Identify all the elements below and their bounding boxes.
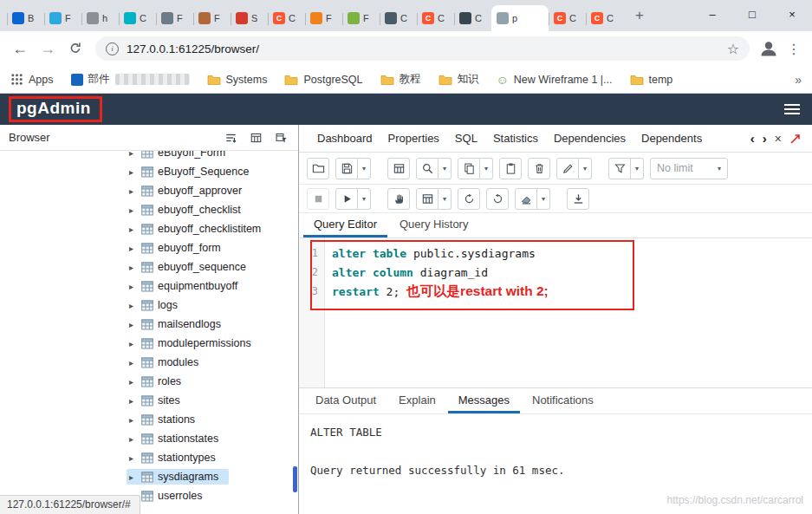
browser-tab-active[interactable]: p [491, 5, 549, 31]
delete-row-button[interactable] [528, 158, 550, 179]
sql-editor[interactable]: 1alter table public.sysdiagrams2alter co… [299, 238, 812, 387]
bookmarks-overflow-chevron[interactable]: » [795, 73, 802, 87]
bookmark-item[interactable]: ☺New Wireframe 1 |... [497, 73, 613, 87]
panel-tab-properties[interactable]: Properties [380, 125, 447, 152]
tree-item-ebuyoff_form[interactable]: ▸ebuyoff_form [0, 238, 298, 257]
tree-item-logs[interactable]: ▸logs [0, 296, 298, 315]
page-info-icon[interactable]: i [106, 42, 119, 55]
open-file-button[interactable] [307, 158, 329, 179]
tree-item-stationtypes[interactable]: ▸stationtypes [0, 448, 298, 467]
tree-item-ebuyoff_approver[interactable]: ▸ebuyoff_approver [0, 181, 298, 200]
browser-tab[interactable]: C [119, 5, 156, 31]
tab-explain[interactable]: Explain [388, 388, 446, 413]
sidebar-scrollbar-thumb[interactable] [293, 466, 297, 492]
tree-item-ebuyoff_checklist[interactable]: ▸ebuyoff_checklist [0, 200, 298, 219]
bookmark-star-icon[interactable]: ☆ [727, 41, 739, 57]
tree-item-stations[interactable]: ▸stations [0, 410, 298, 429]
find-dropdown-caret[interactable]: ▾ [438, 158, 451, 179]
browser-tab[interactable]: S [231, 5, 268, 31]
panel-tab-statistics[interactable]: Statistics [485, 125, 546, 152]
browser-tab[interactable]: C [380, 5, 417, 31]
browser-tab[interactable]: CC [586, 5, 623, 31]
view-data-grid-button[interactable] [387, 158, 410, 179]
close-panel-icon[interactable]: × [775, 132, 782, 146]
tree-item-sysdiagrams[interactable]: ▸sysdiagrams [0, 467, 298, 486]
tree-item-ebuyoff_sequence[interactable]: ▸eBuyoff_Sequence [0, 162, 298, 181]
bookmark-item[interactable]: 教程 [380, 72, 421, 87]
limit-select[interactable]: No limit ▾ [650, 158, 728, 179]
bookmark-item[interactable]: PostgreSQL [284, 74, 362, 86]
browser-tab[interactable]: B [7, 5, 44, 31]
maximize-button[interactable]: □ [732, 0, 772, 29]
panel-tab-dependents[interactable]: Dependents [633, 125, 710, 152]
tree-item-roles[interactable]: ▸roles [0, 372, 298, 391]
code-line[interactable]: 3restart 2; 也可以是restart with 2; [299, 282, 812, 301]
find-button[interactable] [416, 158, 438, 179]
download-csv-button[interactable] [567, 188, 589, 210]
close-button[interactable]: × [772, 0, 812, 29]
tab-query-editor[interactable]: Query Editor [303, 213, 387, 237]
tree-item-mailsendlogs[interactable]: ▸mailsendlogs [0, 315, 298, 334]
scroll-tabs-right-icon[interactable]: › [763, 131, 767, 146]
browser-tab[interactable]: F [156, 5, 193, 31]
tab-notifications[interactable]: Notifications [522, 388, 604, 413]
filter-tree-button[interactable] [272, 129, 289, 146]
panel-tab-dashboard[interactable]: Dashboard [309, 125, 380, 152]
address-bar[interactable]: i 127.0.0.1:61225/browser/ ☆ [95, 36, 750, 61]
back-button[interactable]: ← [7, 36, 33, 62]
explain-grid-button[interactable] [416, 188, 438, 210]
filter-button[interactable] [608, 158, 631, 179]
copy-dropdown-caret[interactable]: ▾ [480, 158, 493, 179]
browser-tab[interactable]: F [342, 5, 380, 31]
tree-item-modulepermissions[interactable]: ▸modulepermissions [0, 334, 298, 353]
tree-item-modules[interactable]: ▸modules [0, 353, 298, 372]
filter-dropdown-caret[interactable]: ▾ [631, 158, 644, 179]
tree-item-ebuyoff_checklistitem[interactable]: ▸ebuyoff_checklistitem [0, 219, 298, 238]
browser-tab[interactable]: F [305, 5, 342, 31]
stop-button[interactable] [307, 188, 329, 210]
browser-tab[interactable]: CC [549, 5, 586, 31]
tab-data-output[interactable]: Data Output [305, 388, 387, 413]
edit-button[interactable] [556, 158, 579, 179]
browser-tab[interactable]: F [44, 5, 81, 31]
execute-button[interactable] [335, 188, 358, 210]
panel-tab-dependencies[interactable]: Dependencies [546, 125, 633, 152]
browser-menu-button[interactable]: ⋮ [783, 41, 805, 57]
tab-messages[interactable]: Messages [448, 388, 520, 413]
tree-item-sites[interactable]: ▸sites [0, 391, 298, 410]
clear-button[interactable] [515, 188, 537, 210]
tab-query-history[interactable]: Query History [389, 213, 478, 237]
url-text[interactable]: 127.0.0.1:61225/browser/ [127, 42, 719, 55]
paste-button[interactable] [499, 158, 522, 179]
execute-dropdown-caret[interactable]: ▾ [358, 188, 371, 210]
hamburger-menu-icon[interactable] [784, 104, 800, 114]
profile-avatar[interactable] [757, 36, 781, 61]
new-tab-button[interactable]: + [628, 4, 651, 27]
tree-item-stationstates[interactable]: ▸stationstates [0, 429, 298, 448]
tree-item-equipmentbuyoff[interactable]: ▸equipmentbuyoff [0, 277, 298, 296]
browser-tab[interactable]: C [454, 5, 491, 31]
browser-tab[interactable]: CC [417, 5, 454, 31]
explain-dropdown-caret[interactable]: ▾ [438, 188, 451, 210]
edit-dropdown-caret[interactable]: ▾ [579, 158, 592, 179]
save-button[interactable] [335, 158, 358, 179]
forward-button[interactable]: → [35, 36, 61, 62]
rollback-button[interactable] [486, 188, 509, 210]
browser-tab[interactable]: CC [268, 5, 305, 31]
bookmark-item[interactable]: 知识 [438, 72, 479, 87]
bookmark-item[interactable]: 部件 [71, 72, 190, 87]
scroll-tabs-left-icon[interactable]: ‹ [750, 131, 755, 146]
browser-tab[interactable]: h [81, 5, 119, 31]
panel-tab-sql[interactable]: SQL [447, 125, 485, 152]
tree-item-ebuyoff_form[interactable]: ▸eBuyoff_Form [0, 151, 298, 162]
browser-tab[interactable]: F [193, 5, 231, 31]
refresh-button[interactable] [62, 36, 88, 62]
commit-button[interactable] [458, 188, 480, 210]
explain-analyze-button[interactable] [387, 188, 410, 210]
minimize-button[interactable]: – [692, 0, 732, 29]
save-dropdown-caret[interactable]: ▾ [358, 158, 371, 179]
sort-tree-button[interactable] [222, 129, 239, 146]
grid-view-button[interactable] [247, 129, 264, 146]
bookmark-item[interactable]: temp [630, 74, 673, 86]
tree-item-ebuyoff_sequence[interactable]: ▸ebuyoff_sequence [0, 257, 298, 277]
